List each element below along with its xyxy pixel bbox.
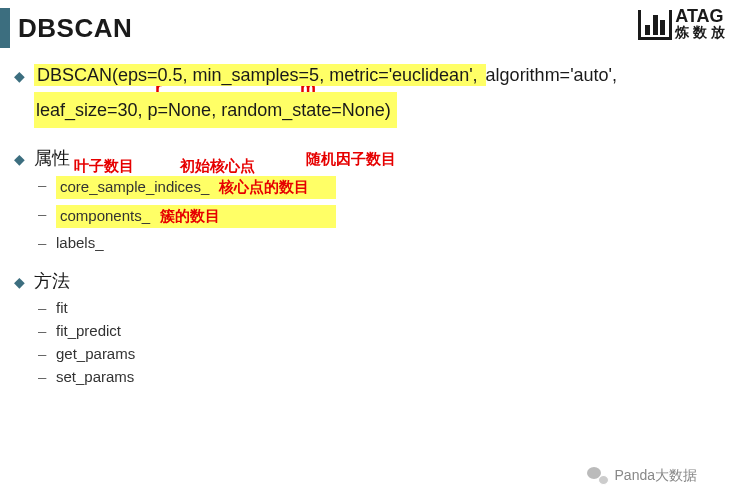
methods-heading: 方法 [34, 269, 713, 293]
footer-text: Panda大数据 [615, 467, 697, 485]
signature-part2-highlight: leaf_size=30, p=None, random_state=None) [34, 92, 397, 128]
signature-part1-rest: algorithm='auto', [486, 65, 617, 85]
signature-part1-highlight: DBSCAN(eps=0.5, min_samples=5, metric='e… [34, 64, 486, 86]
method-item-get-params: get_params [56, 345, 713, 362]
bar-chart-icon [638, 10, 672, 40]
methods-list: fit fit_predict get_params set_params [34, 299, 713, 385]
page-title: DBSCAN [18, 13, 132, 44]
attr-note: 核心点的数目 [219, 178, 309, 195]
dbscan-signature: DBSCAN(eps=0.5, min_samples=5, metric='e… [34, 58, 713, 128]
attr-item-labels: labels_ [56, 234, 713, 251]
attr-note: 簇的数目 [160, 207, 220, 224]
attr-item-components: components_簇的数目 [56, 205, 713, 228]
brand-logo: ATAG 炼 数 放 [638, 8, 725, 42]
attr-item-core-sample-indices: core_sample_indices_核心点的数目 [56, 176, 713, 199]
wechat-icon [587, 467, 609, 485]
attr-name: components_ [60, 207, 150, 224]
attributes-heading: 属性 [34, 146, 713, 170]
method-item-set-params: set_params [56, 368, 713, 385]
logo-bottom-text: 炼 数 放 [675, 24, 725, 42]
title-accent-bar [0, 8, 10, 48]
footer-credit: Panda大数据 [587, 467, 697, 485]
method-item-fit-predict: fit_predict [56, 322, 713, 339]
attr-name: core_sample_indices_ [60, 178, 209, 195]
attr-name: labels_ [56, 234, 104, 251]
logo-top-text: ATAG [675, 8, 725, 24]
attributes-list: core_sample_indices_核心点的数目 components_簇的… [34, 176, 713, 251]
method-item-fit: fit [56, 299, 713, 316]
